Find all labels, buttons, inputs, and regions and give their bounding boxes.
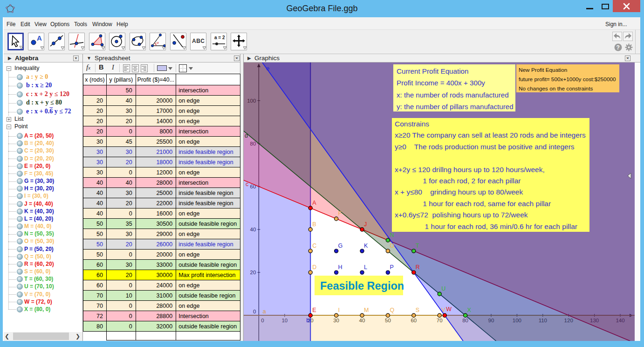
svg-text:a = 2: a = 2 xyxy=(214,35,225,40)
svg-text:c: c xyxy=(246,181,248,187)
svg-text:future profit= 500x+1000y cos: future profit= 500x+1000y cost:$250000 xyxy=(519,76,616,83)
svg-text:x+2y ≤ 120 drillng hours up to: x+2y ≤ 120 drillng hours up to 120 hours… xyxy=(395,166,545,174)
svg-text:I: I xyxy=(338,307,340,313)
svg-text:H: H xyxy=(338,264,343,271)
svg-text:U: U xyxy=(441,285,445,292)
svg-text:P: P xyxy=(390,264,393,271)
svg-text:X: X xyxy=(467,307,472,313)
svg-text:J: J xyxy=(364,221,367,228)
svg-text:Current Profit Equation: Current Profit Equation xyxy=(397,67,469,75)
svg-text:e: e xyxy=(266,65,269,72)
svg-text:y: the number of pillars manuf: y: the number of pillars manufactured xyxy=(397,103,514,111)
svg-text:N: N xyxy=(390,232,394,238)
svg-text:K: K xyxy=(364,243,368,249)
svg-text:1 for each rod, 2 for each pil: 1 for each rod, 2 for each pillar xyxy=(395,177,521,185)
svg-text:W: W xyxy=(446,306,452,312)
svg-text:1 hour for each rod, same for: 1 hour for each rod, same for each pilla… xyxy=(395,200,551,208)
svg-text:New Profit Equation: New Profit Equation xyxy=(519,67,567,73)
svg-text:S: S xyxy=(416,307,419,313)
svg-text:G: G xyxy=(338,243,343,249)
svg-text:Profit Income = 400x + 300y: Profit Income = 400x + 300y xyxy=(397,79,485,87)
svg-text:T: T xyxy=(416,243,419,249)
svg-text:a: a xyxy=(262,308,266,315)
svg-text:B: B xyxy=(312,221,316,228)
svg-text:Q: Q xyxy=(390,307,394,313)
svg-text:F: F xyxy=(338,210,342,217)
svg-text:A: A xyxy=(312,200,316,206)
svg-text:Constrains: Constrains xyxy=(395,120,429,128)
svg-text:α: α xyxy=(157,40,159,45)
svg-text:L: L xyxy=(364,264,367,271)
svg-text:M: M xyxy=(364,307,369,313)
svg-text:ABC: ABC xyxy=(192,38,205,44)
svg-text:x + y≤80 grinding hours up: x + y≤80 grinding hours up to 80/week xyxy=(395,188,523,196)
svg-text:E: E xyxy=(312,307,316,313)
svg-text:?: ? xyxy=(617,44,620,51)
svg-text:1 hour for each rod, 36 min/0.: 1 hour for each rod, 36 min/0.6 hr for e… xyxy=(395,222,577,230)
svg-text:b: b xyxy=(306,317,309,324)
svg-text:x+0.6y≤72 polishing hours up: x+0.6y≤72 polishing hours up to 72/week xyxy=(395,211,528,219)
svg-text:R: R xyxy=(416,264,420,271)
svg-text:No changes on the constraints: No changes on the constraints xyxy=(519,85,593,92)
svg-text:A: A xyxy=(37,34,42,42)
svg-text:x: the number of rods manufact: x: the number of rods manufactured xyxy=(397,91,509,99)
svg-text:D: D xyxy=(312,264,316,271)
svg-text:V: V xyxy=(441,307,445,313)
svg-text:x≥20 The company can sell at l: x≥20 The company can sell at least 20 ro… xyxy=(395,131,586,139)
svg-text:C: C xyxy=(312,243,316,249)
svg-text:y≥0 The rods production mus: y≥0 The rods production must be positive… xyxy=(395,143,575,151)
svg-text:Feasible Region: Feasible Region xyxy=(320,280,404,292)
svg-text:O: O xyxy=(390,243,394,249)
svg-text:d: d xyxy=(245,132,248,139)
